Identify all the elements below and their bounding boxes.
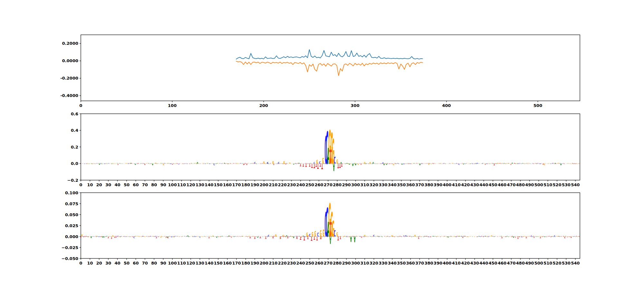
x-tick-label: 380 [424, 182, 433, 187]
base-letter-A: A [350, 235, 352, 243]
x-tick-label: 190 [251, 182, 259, 187]
base-letter-T: T [305, 162, 307, 168]
base-letter-A: A [329, 234, 331, 246]
base-letter-T: T [311, 162, 313, 169]
x-tick-label: 80 [151, 182, 157, 187]
x-tick-label: 30 [105, 261, 111, 266]
x-tick-label: 390 [434, 261, 442, 266]
base-letter-T: T [501, 236, 503, 238]
x-tick-label: 40 [115, 182, 120, 187]
y-tick-label: −0.025 [62, 245, 78, 250]
base-letter-T: T [279, 236, 281, 239]
y-tick-label: 0.050 [65, 212, 78, 217]
base-letter-A: A [333, 161, 335, 173]
x-tick-label: 240 [296, 261, 305, 266]
x-tick-label: 540 [571, 261, 580, 266]
x-tick-label: 250 [305, 182, 314, 187]
x-tick-label: 410 [452, 261, 460, 266]
base-letter-G: G [452, 163, 453, 164]
base-letter-T: T [260, 236, 261, 239]
x-tick-label: 230 [287, 182, 296, 187]
x-tick-label: 140 [205, 182, 213, 187]
x-tick-label: 160 [223, 182, 232, 187]
base-letter-C: C [309, 233, 311, 237]
x-tick-label: 280 [333, 182, 342, 187]
base-letter-G: G [316, 159, 318, 165]
base-letter-A: A [293, 236, 295, 238]
x-tick-label: 380 [424, 261, 433, 266]
y-tick-label: 0.6 [71, 111, 78, 116]
x-tick-label: 470 [507, 261, 516, 266]
x-tick-label: 180 [241, 261, 250, 266]
base-letter-C: C [317, 232, 319, 238]
base-letter-T: T [485, 163, 486, 165]
x-tick-label: 350 [397, 261, 406, 266]
x-tick-label: 360 [406, 182, 415, 187]
x-tick-label: 490 [525, 261, 534, 266]
x-tick-label: 510 [544, 261, 552, 266]
x-tick-label: 100 [168, 182, 177, 187]
x-tick-label: 110 [177, 182, 186, 187]
y-tick-label: 0.2 [71, 145, 78, 150]
base-letter-C: C [373, 235, 375, 237]
base-letter-C: C [171, 236, 173, 237]
x-tick-label: 330 [379, 182, 387, 187]
x-tick-label: 310 [360, 182, 369, 187]
y-tick-label: 0.100 [65, 190, 78, 195]
base-letter-C: C [521, 236, 523, 238]
base-letter-G: G [391, 235, 393, 237]
base-letter-G: G [322, 156, 324, 165]
x-tick-label: 330 [379, 261, 387, 266]
x-tick-label: 30 [105, 182, 111, 187]
base-letter-G: G [112, 235, 114, 237]
x-tick-label: 450 [488, 261, 497, 266]
x-tick-label: 530 [562, 261, 571, 266]
y-tick-label: −0.050 [62, 256, 78, 261]
base-letter-G: G [275, 234, 277, 237]
x-tick-label: 100 [168, 261, 177, 266]
base-letter-A: A [355, 163, 356, 166]
figure-background [0, 0, 644, 290]
x-tick-label: 500 [534, 182, 543, 187]
y-tick-label: 0.075 [65, 201, 78, 206]
x-tick-label: 340 [388, 182, 396, 187]
x-tick-label: 260 [315, 182, 323, 187]
x-tick-label: 0 [79, 182, 82, 187]
x-tick-label: 460 [498, 182, 507, 187]
base-letter-T: T [167, 236, 169, 238]
x-tick-label: 170 [232, 182, 241, 187]
x-tick-label: 470 [507, 182, 516, 187]
base-letter-A: A [560, 163, 562, 166]
x-tick-label: 210 [269, 261, 278, 266]
x-tick-label: 430 [470, 182, 479, 187]
base-letter-G: G [282, 234, 284, 237]
base-letter-G: G [364, 234, 366, 237]
x-tick-label: 120 [186, 182, 195, 187]
x-tick-label: 180 [241, 182, 250, 187]
x-tick-label: 540 [571, 182, 580, 187]
y-tick-label: 0.0000 [62, 58, 78, 63]
x-tick-label: 360 [406, 261, 415, 266]
base-letter-T: T [567, 236, 568, 237]
y-tick-label: 0.4 [71, 128, 78, 133]
base-letter-A: A [228, 235, 230, 237]
base-letter-T: T [265, 236, 267, 239]
x-tick-label: 300 [351, 261, 360, 266]
base-letter-T: T [108, 236, 109, 238]
x-tick-label: 320 [370, 261, 378, 266]
x-tick-label: 400 [443, 261, 451, 266]
x-tick-label: 300 [351, 182, 360, 187]
base-letter-G: G [306, 232, 308, 238]
x-tick-label: 520 [553, 261, 561, 266]
x-tick-label: 90 [160, 261, 166, 266]
x-tick-label: 410 [452, 182, 460, 187]
base-letter-C: C [382, 162, 384, 164]
base-letter-T: T [526, 236, 527, 238]
base-letter-A: A [349, 163, 350, 165]
x-tick-label: 310 [360, 261, 369, 266]
x-tick-label: 190 [251, 261, 259, 266]
x-tick-label: 40 [115, 261, 120, 266]
x-tick-label: 290 [342, 182, 351, 187]
base-letter-T: T [208, 236, 210, 238]
base-letter-T: T [300, 236, 302, 241]
